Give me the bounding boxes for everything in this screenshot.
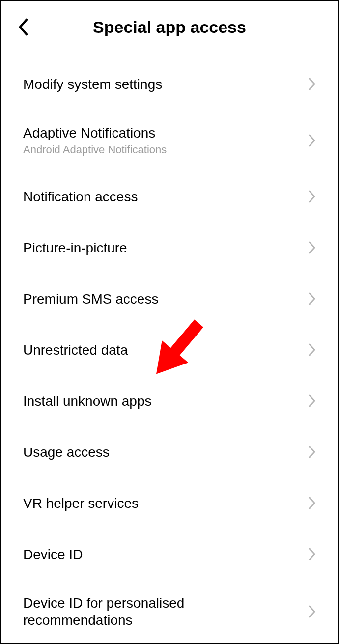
- chevron-right-icon: [305, 394, 319, 408]
- item-picture-in-picture[interactable]: Picture-in-picture: [1, 222, 338, 273]
- item-label: VR helper services: [23, 495, 139, 512]
- item-text: Picture-in-picture: [23, 239, 127, 256]
- item-premium-sms-access[interactable]: Premium SMS access: [1, 273, 338, 324]
- item-text: Device ID for personalised recommendatio…: [23, 594, 288, 629]
- chevron-right-icon: [305, 605, 319, 618]
- item-text: Adaptive Notifications Android Adaptive …: [23, 124, 167, 156]
- page-title: Special app access: [11, 18, 328, 37]
- item-sublabel: Android Adaptive Notifications: [23, 143, 167, 156]
- item-text: Usage access: [23, 444, 110, 461]
- item-label: Modify system settings: [23, 76, 162, 93]
- item-vr-helper-services[interactable]: VR helper services: [1, 477, 338, 529]
- item-notification-access[interactable]: Notification access: [1, 171, 338, 222]
- header: Special app access: [1, 1, 338, 44]
- item-text: Premium SMS access: [23, 290, 158, 308]
- item-label: Usage access: [23, 444, 110, 461]
- item-text: Notification access: [23, 188, 138, 205]
- item-device-id[interactable]: Device ID: [1, 529, 338, 580]
- app-frame: Special app access Modify system setting…: [0, 0, 339, 644]
- chevron-right-icon: [305, 292, 319, 306]
- chevron-right-icon: [305, 190, 319, 203]
- item-text: Modify system settings: [23, 76, 162, 93]
- item-text: Install unknown apps: [23, 392, 152, 410]
- item-label: Device ID: [23, 546, 83, 563]
- item-label: Adaptive Notifications: [23, 124, 167, 141]
- item-text: VR helper services: [23, 495, 139, 512]
- chevron-right-icon: [305, 134, 319, 147]
- item-modify-system-settings[interactable]: Modify system settings: [1, 58, 338, 110]
- chevron-right-icon: [305, 445, 319, 459]
- chevron-right-icon: [305, 547, 319, 561]
- item-usage-access[interactable]: Usage access: [1, 426, 338, 477]
- item-unrestricted-data[interactable]: Unrestricted data: [1, 324, 338, 375]
- item-text: Unrestricted data: [23, 341, 128, 359]
- chevron-right-icon: [305, 496, 319, 510]
- item-label: Notification access: [23, 188, 138, 205]
- item-label: Unrestricted data: [23, 341, 128, 359]
- item-adaptive-notifications[interactable]: Adaptive Notifications Android Adaptive …: [1, 110, 338, 171]
- chevron-right-icon: [305, 343, 319, 357]
- item-install-unknown-apps[interactable]: Install unknown apps: [1, 375, 338, 426]
- item-label: Premium SMS access: [23, 290, 158, 308]
- settings-list: Modify system settings Adaptive Notifica…: [1, 44, 338, 644]
- item-label: Picture-in-picture: [23, 239, 127, 256]
- chevron-right-icon: [305, 77, 319, 91]
- item-text: Device ID: [23, 546, 83, 563]
- item-label: Device ID for personalised recommendatio…: [23, 594, 288, 629]
- item-device-id-personalised[interactable]: Device ID for personalised recommendatio…: [1, 580, 338, 644]
- chevron-right-icon: [305, 241, 319, 254]
- item-label: Install unknown apps: [23, 392, 152, 410]
